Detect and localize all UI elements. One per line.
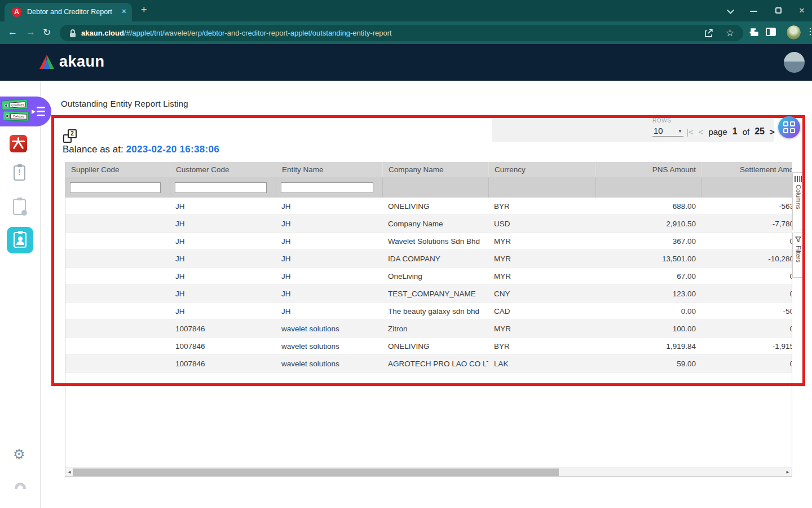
dropdown-caret-icon: ▼	[678, 129, 682, 134]
rows-per-page-select[interactable]: 10 ▼	[652, 125, 683, 137]
forward-button[interactable]: →	[26, 27, 36, 38]
akaun-logo: akaun	[38, 53, 105, 71]
window-close-button[interactable]: ×	[799, 5, 805, 16]
id-card-icon	[14, 232, 27, 248]
sidebar-item-da-applet[interactable]	[10, 135, 27, 152]
url-bar[interactable]: akaun.cloud/#/applet/tnt/wavelet/erp/deb…	[60, 25, 743, 41]
sidebar-item-clipboard[interactable]	[13, 199, 26, 215]
column-header-currency[interactable]: Currency	[488, 162, 595, 177]
filter-customer-code-input[interactable]	[175, 182, 267, 193]
balance-as-at: Balance as at: 2023-02-20 16:38:06	[63, 144, 219, 155]
share-icon[interactable]	[703, 28, 714, 41]
url-path: /#/applet/tnt/wavelet/erp/debtor-and-cre…	[124, 29, 392, 37]
pagination: |< < page 1 of 25 > >|	[686, 126, 787, 137]
creditors-binder-icon: Creditors	[1, 99, 28, 110]
scroll-left-arrow-icon[interactable]: ◄	[67, 470, 72, 475]
tab-title: Debtor and Creditor Report	[27, 8, 112, 16]
browser-toolbar: ← → ↻ akaun.cloud/#/applet/tnt/wavelet/e…	[0, 21, 812, 44]
table-row[interactable]: JH JH TEST_COMPANY_NAME CNY 123.00 0	[65, 285, 792, 303]
akaun-triangle-icon	[38, 54, 55, 70]
column-header-settlement-amount[interactable]: Settlement Amount	[701, 162, 792, 177]
apps-grid-button[interactable]	[778, 116, 800, 138]
report-layers-icon: 2	[63, 129, 77, 143]
reload-button[interactable]: ↻	[43, 27, 51, 38]
balance-timestamp: 2023-02-20 16:38:06	[126, 144, 219, 155]
table-row[interactable]: JH JH Wavelet Solutions Sdn Bhd MYR 367.…	[65, 233, 792, 250]
table-row[interactable]: JH JH IDA COMPANY MYR 13,501.00 -10,280	[65, 250, 792, 268]
back-button[interactable]: ←	[8, 27, 17, 38]
url-text: akaun.cloud/#/applet/tnt/wavelet/erp/deb…	[81, 29, 392, 37]
window-minimize-button[interactable]	[750, 11, 757, 12]
table-row[interactable]: JH JH OneLiving MYR 67.00 0	[65, 268, 792, 285]
tab-search-chevron-icon[interactable]	[727, 7, 734, 14]
browser-menu-icon[interactable]: ⋮	[806, 26, 812, 37]
horizontal-scrollbar[interactable]: ◄ ►	[65, 467, 792, 476]
user-avatar[interactable]	[784, 52, 805, 73]
creditors-binder-label: Creditors	[9, 102, 27, 108]
debtors-binder-label: Debtors	[10, 113, 27, 120]
table-row[interactable]: JH JH Company Name USD 2,910.50 -7,780	[65, 215, 792, 233]
browser-profile-avatar[interactable]	[786, 25, 801, 40]
tab-columns[interactable]: Columns	[792, 172, 804, 230]
exclamation-icon: !	[15, 168, 24, 177]
column-header-customer-code[interactable]: Customer Code	[170, 162, 276, 177]
columns-tab-label: Columns	[795, 185, 802, 209]
table-row[interactable]: JH JH ONELIVING BYR 688.00 -563	[65, 198, 792, 215]
of-word: of	[743, 127, 750, 137]
app-header: akaun	[0, 44, 812, 81]
scrollbar-thumb[interactable]	[73, 468, 559, 476]
profile-person-icon[interactable]	[15, 483, 26, 491]
table-row[interactable]: 1007846 wavelet solutions AGROTECH PRO L…	[65, 355, 792, 373]
next-page-button[interactable]: >	[770, 127, 775, 137]
window-maximize-button[interactable]	[775, 7, 782, 14]
sidebar-item-report-alert[interactable]: !	[14, 165, 25, 181]
table-row[interactable]: 1007846 wavelet solutions ONELIVING BYR …	[65, 338, 792, 355]
sidebar-item-entity-report-active[interactable]	[7, 227, 33, 253]
browser-tab[interactable]: A Debtor and Creditor Report ×	[5, 3, 132, 21]
lock-icon	[70, 29, 76, 37]
report-table: Supplier Code Customer Code Entity Name …	[65, 162, 792, 477]
rows-per-page-label: ROWS	[652, 117, 672, 124]
column-header-supplier-code[interactable]: Supplier Code	[65, 162, 170, 177]
grid-icon	[783, 121, 795, 133]
balance-label: Balance as at:	[63, 144, 123, 155]
settings-gear-icon[interactable]: ⚙	[13, 446, 25, 462]
filter-supplier-code-input[interactable]	[70, 182, 161, 193]
table-row[interactable]: 1007846 wavelet solutions Zitron MYR 100…	[65, 320, 792, 338]
page-word: page	[708, 127, 727, 137]
filter-entity-name-input[interactable]	[281, 182, 373, 193]
debtors-binder-icon: Debtors	[3, 111, 29, 121]
angular-favicon-icon: A	[12, 7, 21, 17]
current-page-number: 1	[732, 126, 738, 137]
scroll-right-arrow-icon[interactable]: ►	[785, 470, 790, 475]
page-title: Outstanding Entity Report Listing	[61, 99, 188, 108]
bookmark-star-icon[interactable]: ☆	[726, 27, 734, 39]
column-header-pns-amount[interactable]: PNS Amount	[595, 162, 701, 177]
table-filter-row	[65, 177, 792, 198]
sidebar-divider	[40, 81, 41, 508]
new-tab-button[interactable]: +	[141, 4, 147, 16]
table-row[interactable]: JH JH The beauty galaxy sdn bhd CAD 0.00…	[65, 303, 792, 320]
filter-funnel-icon	[795, 237, 801, 243]
total-pages: 25	[754, 126, 765, 137]
table-header-row: Supplier Code Customer Code Entity Name …	[65, 162, 792, 177]
tab-close-icon[interactable]: ×	[122, 7, 126, 16]
column-header-entity-name[interactable]: Entity Name	[276, 162, 382, 177]
side-panel-icon[interactable]	[766, 28, 776, 36]
expand-menu-icon[interactable]	[32, 106, 46, 117]
url-domain: akaun.cloud	[81, 29, 124, 37]
columns-icon	[795, 176, 801, 182]
first-page-button[interactable]: |<	[686, 127, 694, 137]
tab-filters[interactable]: Filters	[792, 233, 804, 278]
brand-name: akaun	[59, 53, 105, 71]
column-header-company-name[interactable]: Company Name	[382, 162, 488, 177]
sidebar-item-debtor-creditor-applet[interactable]: Creditors Debtors	[0, 97, 51, 126]
filters-tab-label: Filters	[795, 246, 802, 262]
prev-page-button[interactable]: <	[699, 127, 704, 137]
rows-per-page-value: 10	[654, 126, 663, 135]
browser-tab-strip: A Debtor and Creditor Report × + ×	[0, 0, 812, 21]
extensions-puzzle-icon[interactable]	[749, 27, 760, 40]
